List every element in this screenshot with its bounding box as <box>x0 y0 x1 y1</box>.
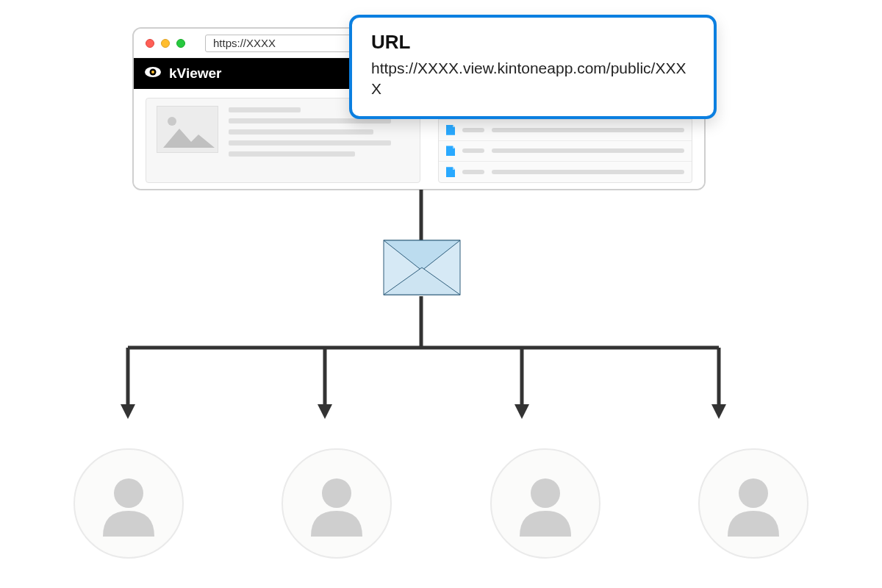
users-row <box>74 448 808 559</box>
list-item <box>439 162 692 182</box>
envelope-icon <box>383 240 461 295</box>
svg-marker-13 <box>318 404 332 419</box>
traffic-light-minimize-icon <box>161 39 170 48</box>
svg-point-21 <box>531 478 560 508</box>
eye-icon <box>144 63 162 85</box>
popover-title: URL <box>371 31 695 54</box>
svg-marker-4 <box>163 129 215 148</box>
svg-point-2 <box>151 71 154 74</box>
svg-point-3 <box>168 117 176 126</box>
traffic-light-zoom-icon <box>176 39 185 48</box>
svg-marker-14 <box>514 404 529 419</box>
popover-url-text: https://XXXX.view.kintoneapp.com/public/… <box>371 58 695 100</box>
svg-point-19 <box>114 478 143 508</box>
user-avatar <box>282 448 392 559</box>
svg-marker-15 <box>711 404 726 419</box>
svg-marker-12 <box>121 404 135 419</box>
document-icon <box>446 125 455 135</box>
traffic-light-close-icon <box>146 39 154 48</box>
document-icon <box>446 167 455 177</box>
svg-point-22 <box>739 478 768 508</box>
url-popover: URL https://XXXX.view.kintoneapp.com/pub… <box>349 15 717 119</box>
list-item <box>439 141 692 162</box>
list-item <box>439 120 692 141</box>
image-placeholder-icon <box>157 106 218 153</box>
flow-connectors <box>96 190 786 432</box>
svg-point-20 <box>322 478 351 508</box>
user-avatar <box>698 448 808 559</box>
app-name: kViewer <box>169 65 221 82</box>
user-avatar <box>74 448 184 559</box>
user-avatar <box>490 448 600 559</box>
document-icon <box>446 146 455 156</box>
